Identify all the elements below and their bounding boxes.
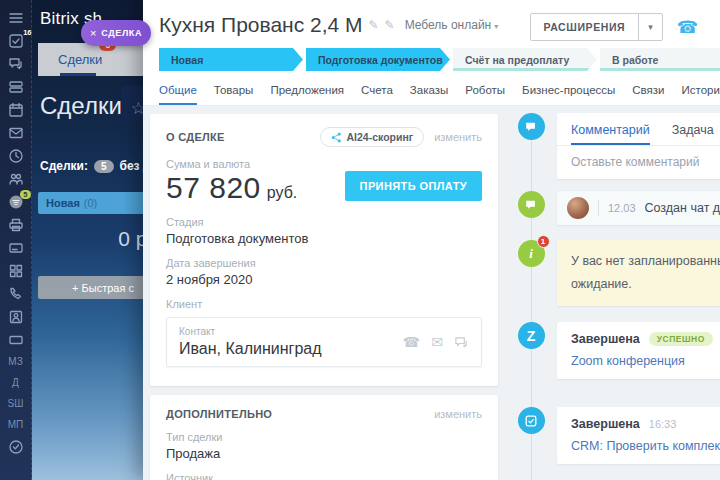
success-badge: УСПЕШНО bbox=[649, 332, 713, 346]
timeline-entry-chat[interactable]: 12.03 Создан чат для обсуждения bbox=[505, 191, 720, 225]
sidebar-contacts-icon[interactable] bbox=[8, 309, 24, 325]
sidebar-chip-Д[interactable]: Д bbox=[0, 376, 31, 390]
chat-contact-icon[interactable] bbox=[454, 335, 469, 350]
tab-task[interactable]: Задача bbox=[672, 123, 714, 145]
slider-close-button[interactable]: × СДЕЛКА bbox=[81, 20, 151, 46]
deal-type-label: Тип сделки bbox=[166, 431, 482, 443]
scoring-icon bbox=[331, 132, 342, 143]
about-header: О СДЕЛКЕ bbox=[166, 131, 225, 143]
notice-text-line1: У вас нет запланированных дел. Передвинь… bbox=[571, 250, 720, 273]
chat-created-icon bbox=[518, 191, 545, 218]
divider bbox=[598, 200, 599, 216]
counter-badge: 5 bbox=[94, 160, 114, 173]
client-label: Клиент bbox=[166, 298, 482, 310]
sidebar-items: 165МЗДЅШМП bbox=[0, 10, 31, 455]
about-deal-card: О СДЕЛКЕ AI24-скоринг изменить Сумма и в… bbox=[150, 114, 498, 386]
pipeline-selector[interactable]: Мебель онлайн▾ bbox=[405, 18, 499, 32]
task-time: 16:33 bbox=[649, 418, 677, 430]
notice-count-badge: 1 bbox=[537, 235, 550, 248]
tab-history[interactable]: История bbox=[682, 84, 720, 96]
deal-slider: Кухня Прованс 2,4 М ✎ ✎ Мебель онлайн▾ Р… bbox=[143, 0, 720, 480]
chat-text[interactable]: Создан чат для обсуждения bbox=[645, 201, 720, 215]
amount-label: Сумма и валюта bbox=[166, 158, 482, 170]
app-sidebar: 165МЗДЅШМП bbox=[0, 0, 32, 480]
tab-general[interactable]: Общие bbox=[159, 84, 197, 96]
close-date-label: Дата завершения bbox=[166, 257, 482, 269]
sidebar-menu-icon[interactable] bbox=[8, 10, 24, 26]
timeline-entry-zoom: Z Завершена УСПЕШНО 16:10 Zoom конференц… bbox=[505, 322, 720, 379]
deal-stage-bar: Новая Подготовка документов Счёт на пред… bbox=[159, 48, 704, 71]
sidebar-apps-icon[interactable] bbox=[8, 263, 24, 279]
deal-currency: руб. bbox=[267, 184, 298, 201]
chevron-down-icon: ▾ bbox=[494, 22, 498, 31]
tab-products[interactable]: Товары bbox=[214, 84, 254, 96]
task-link[interactable]: CRM: Проверить комплектацию bbox=[571, 439, 720, 453]
stage-new[interactable]: Новая bbox=[159, 48, 303, 71]
sidebar-calendar-icon[interactable] bbox=[8, 102, 24, 118]
edit-about-link[interactable]: изменить bbox=[434, 131, 482, 143]
tab-comment[interactable]: Комментарий bbox=[571, 123, 650, 145]
deal-tabs: Общие Товары Предложения Счета Заказы Ро… bbox=[159, 84, 704, 105]
phone-call-icon[interactable]: ☎ bbox=[677, 17, 698, 38]
tab-bizproc[interactable]: Бизнес-процессы bbox=[522, 84, 615, 96]
sidebar-chip-ЅШ[interactable]: ЅШ bbox=[0, 397, 31, 411]
page-title: Сделки☆ bbox=[40, 92, 146, 120]
comment-input[interactable] bbox=[557, 146, 720, 179]
sidebar-tasks-icon[interactable]: 16 bbox=[8, 33, 24, 49]
close-date-value[interactable]: 2 ноября 2020 bbox=[166, 272, 482, 287]
stage-label: Стадия bbox=[166, 216, 482, 228]
zoom-conference-link[interactable]: Zoom конференция bbox=[571, 354, 720, 368]
timeline-entry-task: Завершена 16:33 CRM: Проверить комплекта… bbox=[505, 407, 720, 464]
sidebar-printer-icon[interactable] bbox=[8, 217, 24, 233]
sidebar-drive-icon[interactable] bbox=[8, 79, 24, 95]
ai-scoring-button[interactable]: AI24-скоринг bbox=[320, 127, 425, 147]
sidebar-phone-icon[interactable] bbox=[8, 286, 24, 302]
sidebar-chip-МЗ[interactable]: МЗ bbox=[0, 355, 31, 369]
tab-robots[interactable]: Роботы bbox=[465, 84, 505, 96]
sidebar-sites-icon[interactable] bbox=[8, 332, 24, 348]
sidebar-people-icon[interactable] bbox=[8, 171, 24, 187]
source-label: Источник bbox=[166, 472, 482, 480]
deal-title[interactable]: Кухня Прованс 2,4 М bbox=[159, 13, 363, 37]
edit-title-icon[interactable]: ✎ bbox=[369, 18, 379, 32]
avatar bbox=[567, 197, 589, 219]
timeline-column: Комментарий Задача Zoom bbox=[505, 106, 720, 480]
additional-card: ДОПОЛНИТЕЛЬНО изменить Тип сделки Продаж… bbox=[150, 395, 498, 480]
tab-orders[interactable]: Заказы bbox=[410, 84, 448, 96]
notice-text-line2: ожидание. bbox=[571, 273, 720, 296]
accept-payment-button[interactable]: ПРИНЯТЬ ОПЛАТУ bbox=[345, 171, 482, 201]
stage-value[interactable]: Подготовка документов bbox=[166, 231, 482, 246]
deal-amount: 57 820 bbox=[166, 171, 261, 204]
stage-in-progress[interactable]: В работе bbox=[600, 48, 720, 71]
sidebar-chip-МП[interactable]: МП bbox=[0, 418, 31, 432]
additional-header: ДОПОЛНИТЕЛЬНО bbox=[166, 408, 272, 420]
close-icon: × bbox=[90, 28, 96, 39]
extensions-button[interactable]: РАСШИРЕНИЯ ▾ bbox=[530, 13, 663, 41]
sidebar-crm-icon[interactable]: 5 bbox=[8, 194, 24, 210]
sidebar-mail-icon[interactable] bbox=[8, 125, 24, 141]
deal-details-column: О СДЕЛКЕ AI24-скоринг изменить Сумма и в… bbox=[143, 106, 505, 480]
sidebar-chat-icon[interactable] bbox=[8, 56, 24, 72]
call-contact-icon[interactable]: ☎ bbox=[403, 334, 420, 350]
sidebar-card-icon[interactable] bbox=[8, 240, 24, 256]
email-contact-icon[interactable]: ✉ bbox=[431, 334, 443, 350]
chat-time: 12.03 bbox=[608, 202, 636, 214]
contact-name[interactable]: Иван, Калининград bbox=[179, 340, 322, 358]
contact-type-label: Контакт bbox=[179, 326, 322, 337]
sidebar-check-icon[interactable] bbox=[8, 439, 24, 455]
stage-invoice[interactable]: Счёт на предоплату bbox=[453, 48, 597, 71]
sidebar-badge: 5 bbox=[20, 190, 30, 199]
tab-invoices[interactable]: Счета bbox=[361, 84, 393, 96]
link-icon[interactable]: ✎ bbox=[385, 18, 395, 32]
tab-deals[interactable]: Сделки 5 bbox=[58, 52, 102, 67]
sidebar-clock-icon[interactable] bbox=[8, 148, 24, 164]
chevron-down-icon: ▾ bbox=[638, 14, 662, 40]
sidebar-badge: 16 bbox=[23, 28, 31, 37]
client-contact-card[interactable]: Контакт Иван, Калининград ☎ ✉ bbox=[166, 317, 482, 367]
deal-type-value[interactable]: Продажа bbox=[166, 446, 482, 461]
tab-links[interactable]: Связи bbox=[632, 84, 664, 96]
tab-quotes[interactable]: Предложения bbox=[270, 84, 344, 96]
edit-additional-link[interactable]: изменить bbox=[434, 408, 482, 420]
stage-docs[interactable]: Подготовка документов bbox=[306, 48, 450, 71]
deal-header: Кухня Прованс 2,4 М ✎ ✎ Мебель онлайн▾ Р… bbox=[143, 0, 720, 106]
